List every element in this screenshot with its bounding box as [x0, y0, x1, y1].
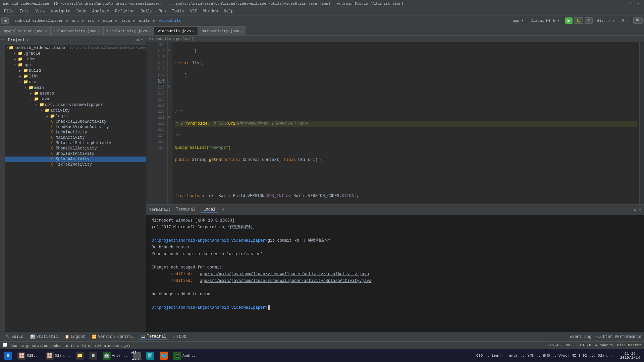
menu-run[interactable]: Run	[156, 8, 169, 14]
debug-btn[interactable]: 🐛	[574, 17, 583, 24]
menu-edit[interactable]: Edit	[17, 8, 32, 14]
taskbar-item-6[interactable]: 01-L...	[130, 350, 144, 362]
tree-activity[interactable]: ▾ 📁 activity	[5, 108, 146, 113]
coverage-btn[interactable]: ☂	[585, 17, 593, 24]
tab-videoutils[interactable]: VideoUtils.java ✕	[154, 26, 198, 35]
tray-andr[interactable]: andr...	[509, 354, 524, 358]
tree-item-phonecall[interactable]: ▶ C PhoneCallActivity	[5, 146, 146, 151]
term-sysinfo2: (c) 2017 Microsoft Corporation。保留所有权利。	[152, 224, 639, 231]
statistic-icon: 📊	[30, 335, 35, 339]
taskbar-item-8[interactable]: 🌐	[157, 350, 170, 362]
tree-main[interactable]: ▾ 📁 main	[5, 85, 146, 90]
taskbar-item-7[interactable]: 酷	[144, 350, 157, 362]
tree-item-feedback[interactable]: ▶ C FeedBackVideoeActivity	[5, 124, 146, 130]
menu-build[interactable]: Build	[138, 8, 155, 14]
taskbar-item-1[interactable]: 🪟 02B...	[15, 350, 43, 362]
flutter-perf-label[interactable]: Flutter Performance	[595, 335, 641, 339]
terminal-content[interactable]: Microsoft Windows [版本 10.0.15063] (c) 20…	[146, 215, 644, 332]
tree-build[interactable]: ▶ 📁 build	[5, 68, 146, 73]
tray-quan[interactable]: 全能...	[527, 353, 541, 358]
tab-splashactivity[interactable]: SplashActivity.java ✕	[51, 26, 103, 35]
tray-video[interactable]: 视频...	[543, 353, 557, 358]
terminal-tab-terminal[interactable]: Terminal	[173, 206, 198, 213]
tab-myapplication-close[interactable]: ✕	[45, 29, 47, 33]
menu-vcs[interactable]: VCS	[187, 8, 200, 14]
code-content[interactable]: } return list; } /** * 专为Android4. 设计的从U…	[172, 42, 639, 204]
sidebar-collapse-icon[interactable]: —	[141, 38, 143, 43]
bottom-tab-logcat[interactable]: 📋 Logcat	[62, 334, 88, 340]
tab-myapplication[interactable]: MyApplication.java ✕	[0, 26, 51, 35]
tree-item-main[interactable]: ▶ C MainActivity	[5, 135, 146, 140]
code-editor[interactable]: 209 210 211 212 213 214 215 216 217 218 …	[146, 42, 644, 204]
right-gutter[interactable]	[639, 42, 644, 204]
tree-root[interactable]: ▾ 📁 android_videowallpaper D:\project\an…	[5, 45, 146, 51]
run-btn[interactable]: ▶	[565, 17, 573, 24]
search-btn[interactable]: 🔍	[633, 17, 643, 24]
tree-item-tiktok[interactable]: ▶ C TikTok2Activity	[5, 162, 146, 167]
taskbar-item-4[interactable]: ⊞	[87, 350, 100, 362]
bottom-tab-todo[interactable]: ☑ TODO	[170, 334, 189, 340]
tray-02[interactable]: 02-...	[583, 354, 596, 358]
tray-02an[interactable]: 02an...	[598, 354, 613, 358]
tree-item-checkcall[interactable]: ▶ C CheckCallShowActivity	[5, 119, 146, 124]
menu-refactor[interactable]: Refactor	[112, 8, 137, 14]
code-area[interactable]: 209 210 211 212 213 214 215 216 217 218 …	[146, 42, 644, 204]
sidebar-gear-icon[interactable]: ⚙	[137, 38, 139, 43]
menu-file[interactable]: File	[1, 8, 16, 14]
menu-window[interactable]: Window	[201, 8, 220, 14]
tab-mainactivity-close[interactable]: ✕	[240, 29, 243, 33]
close-btn[interactable]: ✕	[635, 1, 641, 6]
bottom-tab-vcs[interactable]: 🔀 Version Control	[89, 334, 137, 340]
tab-localactivity[interactable]: LocalActivity.java ✕	[103, 26, 154, 35]
linenum-219: 219	[151, 103, 165, 109]
toolbar-back-btn[interactable]: ◀	[1, 17, 9, 24]
tree-package[interactable]: ▾ 📁 com.liuan.videowallpaper	[5, 102, 146, 108]
menu-tools[interactable]: Tools	[169, 8, 187, 14]
menu-navigate[interactable]: Navigate	[48, 8, 73, 14]
linenum-220: 220	[151, 109, 165, 115]
menu-view[interactable]: View	[33, 8, 48, 14]
tray-mi8[interactable]: MI 8	[572, 354, 580, 358]
tree-item-local[interactable]: ▶ C LocalActivity	[5, 130, 146, 135]
terminal-add-btn[interactable]: +	[221, 207, 226, 213]
tab-videoutils-close[interactable]: ✕	[192, 29, 194, 33]
tree-src[interactable]: ▾ 📁 src	[5, 79, 146, 85]
menu-analyze[interactable]: Analyze	[90, 8, 112, 14]
tab-localactivity-close[interactable]: ✕	[148, 29, 150, 33]
taskbar-item-2[interactable]: 🪟 02an...	[43, 350, 73, 362]
status-checkbox[interactable]	[3, 343, 7, 347]
menu-code[interactable]: Code	[74, 8, 89, 14]
tree-java[interactable]: ▾ 📁 java	[5, 96, 146, 102]
tray-csd[interactable]: CSD...	[476, 354, 490, 358]
tree-item-splash[interactable]: ▶ C SplashActivity	[5, 157, 146, 162]
tree-idea[interactable]: ▶ 📁 .idea	[5, 56, 146, 62]
maximize-btn[interactable]: □	[626, 1, 633, 6]
minimize-btn[interactable]: ─	[617, 1, 624, 6]
terminal-settings-icon[interactable]: ⚙	[634, 207, 636, 212]
bottom-tab-statistic[interactable]: 📊 Statistic	[28, 334, 61, 340]
terminal-collapse-icon[interactable]: —	[639, 207, 641, 212]
tray-learn[interactable]: learn _	[491, 354, 507, 358]
tab-mainactivity[interactable]: MainActivity.java ✕	[198, 26, 246, 35]
tab-splashactivity-close[interactable]: ✕	[98, 29, 100, 33]
taskbar-item-9[interactable]: 📱 Andr...	[170, 350, 201, 362]
bottom-tab-build[interactable]: 🔨 Build	[3, 334, 26, 340]
tree-gradle[interactable]: ▶ 📁 .gradle	[5, 51, 146, 56]
event-log-label[interactable]: Event Log	[570, 335, 591, 339]
menu-help[interactable]: Help	[221, 8, 236, 14]
tree-assets[interactable]: ▶ 📁 assets	[5, 90, 146, 96]
tree-item-metarial[interactable]: ▶ C MetarialSettingActivity	[5, 140, 146, 146]
terminal-header: Terminal: Terminal Local + ⚙ —	[146, 205, 644, 215]
taskbar-item-3[interactable]: 📁	[73, 350, 87, 362]
tree-libs[interactable]: ▶ 📁 libs	[5, 73, 146, 79]
bottom-tab-terminal[interactable]: 💻 Terminal	[138, 334, 169, 340]
taskbar-item-5[interactable]: 🤖 Andr...	[100, 350, 130, 362]
tree-app[interactable]: ▾ 📁 app	[5, 62, 146, 68]
tree-login[interactable]: ▶ 📁 login	[5, 113, 146, 119]
start-button[interactable]: ⊞	[1, 350, 15, 362]
status-message: Source generation ended in 11 s 53 ms (2…	[3, 343, 543, 348]
terminal-tab-local[interactable]: Local	[201, 206, 218, 213]
project-dropdown-icon[interactable]: ▾	[26, 38, 29, 43]
tray-vysor[interactable]: Vysor	[558, 354, 570, 358]
tree-item-showtext[interactable]: ▶ C ShowTextActivity	[5, 151, 146, 157]
